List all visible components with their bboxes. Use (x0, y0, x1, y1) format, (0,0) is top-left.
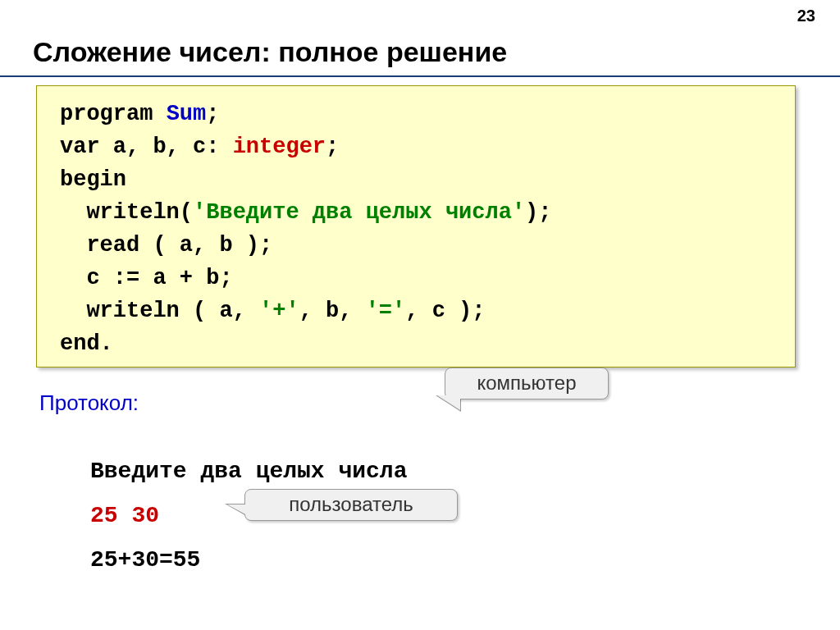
page-number: 23 (797, 7, 815, 25)
console-line-prompt: Введите два целых числа (90, 450, 407, 494)
title-underline (0, 75, 840, 77)
protocol-label: Протокол: (39, 390, 139, 416)
code-line-3: begin (60, 163, 795, 196)
callout-user: пользователь (244, 489, 458, 521)
slide-title: Сложение чисел: полное решение (33, 36, 507, 68)
code-line-4: writeln('Введите два целых числа'); (60, 196, 795, 229)
code-line-7: writeln ( a, '+', b, '=', c ); (60, 294, 795, 327)
code-line-8: end. (60, 327, 795, 360)
code-block: program Sum; var a, b, c: integer; begin… (36, 85, 796, 368)
code-line-5: read ( a, b ); (60, 229, 795, 262)
callout-computer: компьютер (445, 368, 609, 399)
code-line-1: program Sum; (60, 98, 795, 130)
console-line-result: 25+30=55 (90, 538, 407, 582)
code-line-2: var a, b, c: integer; (60, 130, 795, 163)
code-line-6: c := a + b; (60, 262, 795, 294)
